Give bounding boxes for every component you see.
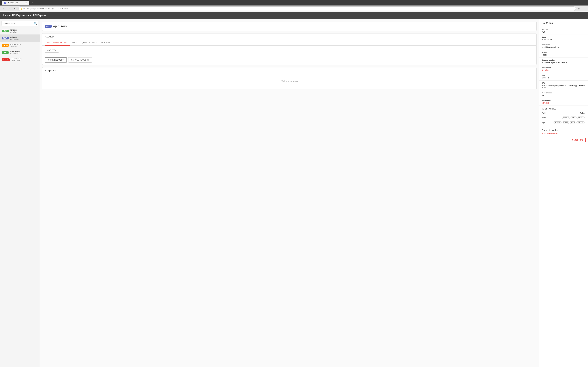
validation-rules: requiredmin:5max:50: [548, 115, 586, 120]
main-content: POST api/users Request ROUTE PARAMETERS …: [40, 19, 539, 367]
url-label: URL: [542, 82, 586, 84]
info-row-method: Method POST: [539, 27, 588, 35]
rule-badge: required: [562, 117, 570, 119]
add-item-button[interactable]: ADD ITEM: [45, 48, 59, 53]
tab-query-string[interactable]: QUERY STRING: [80, 40, 99, 46]
request-card: Request ROUTE PARAMETERS BODY QUERY STRI…: [42, 33, 536, 65]
close-info-button[interactable]: CLOSE INFO: [570, 138, 586, 142]
tab-body[interactable]: BODY: [70, 40, 80, 46]
route-path: api/users/{id}: [10, 50, 20, 53]
method-badge-patch: PATCH: [2, 44, 9, 47]
description-value: No value: [542, 69, 586, 71]
rule-badge: min:5: [571, 117, 577, 119]
info-row-controller: Controller App\Http\Controllers\User: [539, 42, 588, 50]
route-info: api/users users.create: [10, 36, 19, 40]
route-desc: users.list: [10, 31, 17, 33]
path-label: Path: [542, 75, 586, 76]
response-card: Response Make a request: [42, 67, 536, 89]
tab-favicon: A: [4, 2, 6, 4]
method-badge-delete: DELETE: [2, 58, 10, 61]
sidebar: 🔍 GET api/users users.list POST api/user…: [0, 19, 40, 367]
bookmark-button[interactable]: ☆: [577, 6, 581, 11]
info-row-middlewares: Middlewares api: [539, 90, 588, 98]
parameters-value: No value: [542, 102, 586, 104]
info-row-path: Path api/users: [539, 73, 588, 81]
request-handler-value: App\Http\Requests\HandleUser: [542, 61, 586, 64]
make-request-button[interactable]: MAKE REQUEST: [45, 57, 67, 63]
info-row-name: Name users.create: [539, 35, 588, 42]
forward-button[interactable]: →: [7, 6, 12, 11]
tab-headers[interactable]: HEADERS: [99, 40, 112, 46]
new-tab-button[interactable]: +: [31, 1, 34, 5]
parameters-label: Parameters: [542, 100, 586, 101]
rule-badge: required: [553, 121, 562, 124]
action-value: create: [542, 54, 586, 56]
sidebar-item-users-show[interactable]: GET api/users/{id} users.show: [0, 49, 40, 56]
browser-tab[interactable]: A API explorer ✕: [2, 1, 29, 5]
tab-content-route-parameters: ADD ITEM: [43, 46, 536, 55]
route-desc: users.delete: [11, 60, 21, 62]
response-title: Response: [43, 67, 536, 74]
rules-col-header: Rules: [548, 111, 586, 115]
method-badge-get: GET: [2, 30, 9, 32]
app-title: Laravel API Explorer demo API Explorer: [3, 14, 47, 17]
info-row-parameters: Parameters No value: [539, 98, 588, 106]
params-rules-title: Parameters rules: [542, 129, 586, 131]
sidebar-item-users-create[interactable]: POST api/users users.create: [0, 34, 40, 42]
validation-row: agerequiredintegermin:0max:150: [542, 120, 586, 125]
name-value: users.create: [542, 39, 586, 41]
info-panel: Route info Method POST Name users.create…: [539, 19, 588, 367]
app-header: Laravel API Explorer demo API Explorer: [0, 12, 588, 19]
app-body: 🔍 GET api/users users.list POST api/user…: [0, 19, 588, 367]
browser-actions: ☆ ⋮: [577, 6, 586, 11]
request-tabs: ROUTE PARAMETERS BODY QUERY STRING HEADE…: [43, 40, 536, 46]
method-badge-post: POST: [2, 37, 9, 40]
action-buttons: MAKE REQUEST CANCEL REQUEST: [43, 55, 536, 65]
path-value: api/users: [542, 77, 586, 79]
sidebar-item-users-delete[interactable]: DELETE api/users/{id} users.delete: [0, 56, 40, 63]
url-value: https://laravel-api-explorer-demo.heroku…: [542, 84, 586, 89]
response-placeholder: Make a request: [43, 74, 536, 89]
description-label: Description: [542, 67, 586, 69]
params-rules-value: No parameters rules: [542, 132, 586, 134]
route-path: api/users: [10, 36, 19, 38]
address-bar[interactable]: 🔒 laravel-api-explorer-demo.herokuapp.co…: [18, 6, 576, 11]
route-info: api/users/{id} users.show: [10, 50, 20, 54]
rule-badge: min:0: [570, 121, 576, 124]
field-col-header: Field: [542, 111, 548, 115]
name-label: Name: [542, 36, 586, 38]
route-path: api/users/{id}: [11, 58, 21, 60]
route-title: api/users: [53, 24, 67, 28]
info-row-action: Action create: [539, 50, 588, 58]
middlewares-value: api: [542, 94, 586, 96]
search-input[interactable]: [1, 21, 38, 26]
cancel-request-button[interactable]: CANCEL REQUEST: [68, 57, 92, 63]
method-value: POST: [542, 31, 586, 33]
tab-title: API explorer: [8, 2, 18, 4]
validation-table: Field Rules namerequiredmin:5max:50agere…: [542, 111, 586, 125]
route-desc: users.edit: [10, 45, 20, 47]
tab-route-parameters[interactable]: ROUTE PARAMETERS: [45, 40, 70, 46]
method-label: Method: [542, 29, 586, 30]
back-button[interactable]: ←: [2, 6, 6, 11]
route-desc: users.create: [10, 38, 19, 40]
route-method-badge: POST: [45, 25, 52, 28]
route-header: POST api/users: [42, 22, 536, 31]
controller-value: App\Http\Controllers\User: [542, 46, 586, 48]
route-info: api/users/{id} users.edit: [10, 43, 20, 47]
info-row-request-handler: Request handler App\Http\Requests\Handle…: [539, 58, 588, 65]
tab-close-button[interactable]: ✕: [25, 1, 27, 4]
rule-badge: max:50: [577, 117, 585, 119]
rule-badge: max:150: [576, 121, 585, 124]
validation-row: namerequiredmin:5max:50: [542, 115, 586, 120]
sidebar-item-users-edit[interactable]: PATCH api/users/{id} users.edit: [0, 42, 40, 49]
route-info: api/users/{id} users.delete: [11, 58, 21, 62]
route-desc: users.show: [10, 53, 20, 54]
info-row-description: Description No value: [539, 65, 588, 73]
validation-section: Validation rules Field Rules namerequire…: [539, 106, 588, 127]
reload-button[interactable]: ↻: [13, 6, 17, 11]
more-button[interactable]: ⋮: [582, 6, 586, 11]
sidebar-item-users-list[interactable]: GET api/users users.list: [0, 27, 40, 34]
validation-rules: requiredintegermin:0max:150: [548, 120, 586, 125]
route-path: api/users/{id}: [10, 43, 20, 45]
